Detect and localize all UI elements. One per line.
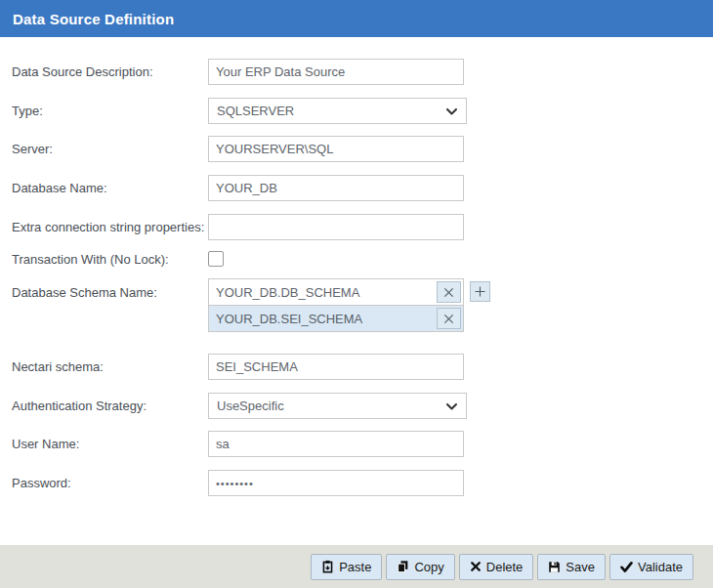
authentication-strategy-value: UseSpecific: [217, 399, 284, 413]
validate-button[interactable]: Validate: [609, 554, 693, 580]
remove-schema-button[interactable]: [437, 281, 461, 303]
close-icon: [441, 312, 456, 326]
chevron-down-icon: [446, 403, 457, 410]
copy-button[interactable]: Copy: [386, 554, 454, 580]
panel-header: Data Source Definition: [0, 0, 713, 37]
field-label-extra-connection-string: Extra connection string properties:: [12, 214, 204, 240]
close-icon: [441, 285, 456, 300]
database-name-input[interactable]: [208, 175, 464, 201]
no-lock-checkbox[interactable]: [208, 251, 224, 267]
paste-icon: [321, 560, 334, 573]
extra-connection-string-input[interactable]: [208, 214, 464, 240]
data-source-definition-panel: Data Source Definition Data Source Descr…: [0, 0, 713, 588]
schema-row: [208, 278, 464, 306]
field-label-no-lock: Transaction With (No Lock):: [12, 251, 169, 267]
action-toolbar: Paste Copy Delete Save: [0, 545, 713, 588]
paste-button[interactable]: Paste: [311, 554, 382, 580]
panel-title: Data Source Definition: [13, 11, 174, 27]
save-icon: [548, 561, 561, 573]
password-input[interactable]: [208, 470, 464, 496]
schema-row-selected[interactable]: YOUR_DB.SEI_SCHEMA: [208, 305, 464, 332]
chevron-down-icon: [446, 108, 457, 115]
field-label-user-name: User Name:: [12, 431, 79, 457]
type-select[interactable]: SQLSERVER: [208, 98, 467, 124]
validate-button-label: Validate: [638, 560, 683, 574]
copy-button-label: Copy: [414, 560, 443, 574]
field-label-database-schema: Database Schema Name:: [12, 278, 157, 306]
paste-button-label: Paste: [339, 560, 371, 574]
user-name-input[interactable]: [208, 431, 464, 457]
save-button-label: Save: [566, 560, 595, 574]
server-input[interactable]: [208, 136, 464, 162]
schema-row-text: YOUR_DB.SEI_SCHEMA: [209, 312, 437, 326]
copy-icon: [397, 560, 409, 573]
validate-icon: [620, 561, 633, 573]
add-schema-button[interactable]: [470, 281, 490, 302]
delete-button[interactable]: Delete: [459, 554, 534, 580]
delete-button-label: Delete: [486, 560, 524, 574]
field-label-database-name: Database Name:: [12, 175, 107, 201]
field-label-password: Password:: [12, 470, 71, 496]
save-button[interactable]: Save: [537, 554, 606, 580]
field-label-server: Server:: [12, 136, 53, 162]
field-label-type: Type:: [12, 98, 43, 124]
remove-schema-button[interactable]: [437, 308, 461, 329]
database-schema-list: YOUR_DB.SEI_SCHEMA: [208, 278, 464, 332]
field-label-authentication-strategy: Authentication Strategy:: [12, 393, 147, 419]
type-select-value: SQLSERVER: [217, 104, 294, 118]
plus-icon: [473, 284, 487, 299]
field-label-nectari-schema: Nectari schema:: [12, 354, 104, 380]
database-schema-input[interactable]: [209, 279, 437, 305]
field-label-data-source-description: Data Source Description:: [12, 59, 153, 85]
nectari-schema-input[interactable]: [208, 354, 464, 380]
data-source-description-input[interactable]: [208, 59, 464, 85]
delete-icon: [470, 561, 482, 572]
authentication-strategy-select[interactable]: UseSpecific: [208, 393, 467, 419]
